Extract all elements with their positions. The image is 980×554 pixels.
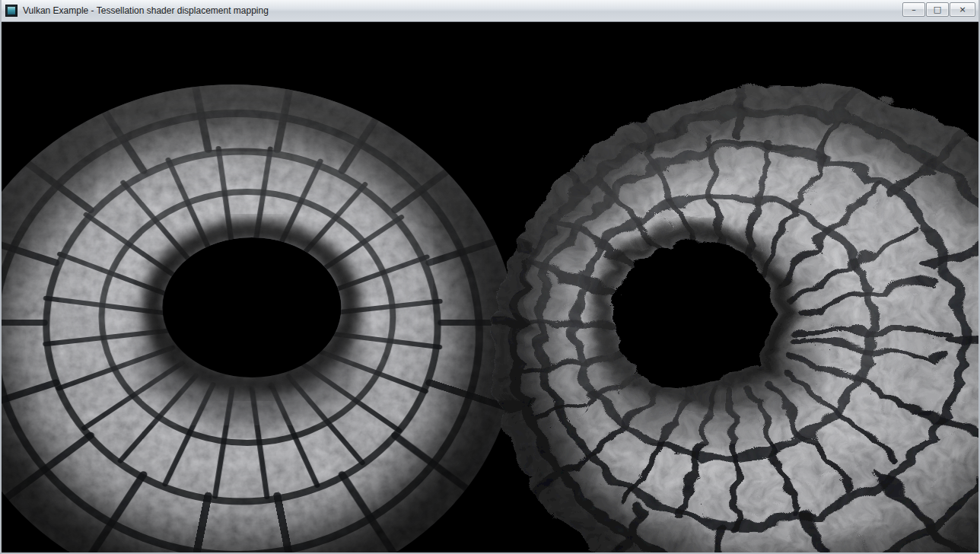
minimize-button[interactable]: – — [902, 2, 925, 17]
window-controls: – □ × — [902, 2, 975, 17]
3d-render-surface[interactable] — [2, 22, 978, 552]
maximize-button[interactable]: □ — [926, 2, 949, 17]
close-button[interactable]: × — [950, 2, 975, 17]
vulkan-icon — [8, 7, 15, 14]
close-icon: × — [959, 4, 966, 15]
app-icon[interactable] — [5, 5, 18, 17]
render-viewport[interactable] — [2, 22, 978, 552]
maximize-icon: □ — [934, 4, 941, 15]
window-title: Vulkan Example - Tessellation shader dis… — [23, 5, 269, 16]
minimize-icon: – — [912, 4, 916, 15]
app-window: Vulkan Example - Tessellation shader dis… — [0, 0, 980, 554]
titlebar[interactable]: Vulkan Example - Tessellation shader dis… — [2, 0, 978, 22]
